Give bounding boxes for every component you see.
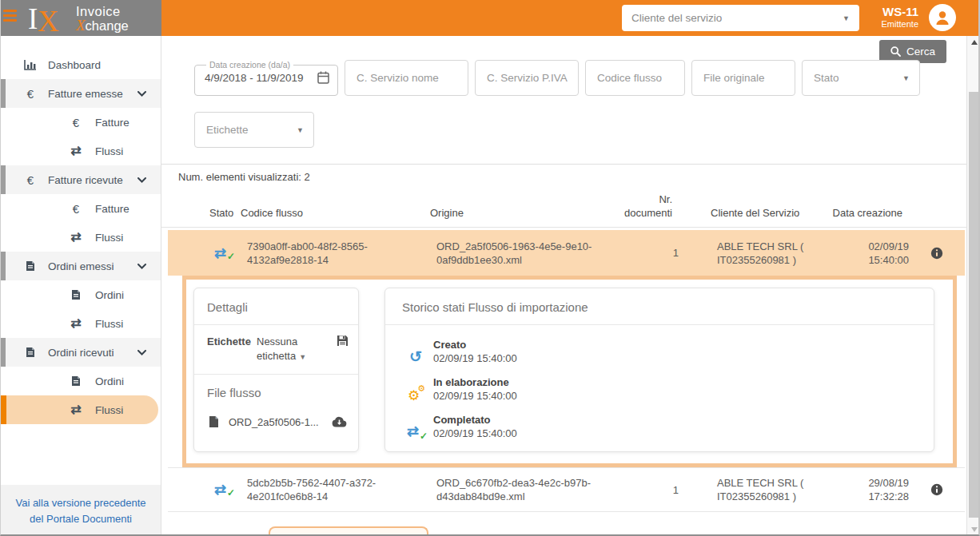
file-name: ORD_2a5f0506-1... (229, 416, 319, 428)
history-title: Storico stati Flusso di importazione (385, 288, 934, 325)
column-header-origine: Origine (430, 206, 616, 220)
doc-count-cell: 1 (623, 483, 679, 497)
hamburger-menu-icon[interactable] (3, 10, 17, 24)
scroll-down-arrow[interactable] (967, 523, 980, 536)
search-icon (890, 46, 901, 57)
chevron-down-icon: ▼ (843, 14, 850, 22)
history-event-processing: ⚙ ⚙ In elaborazione 02/09/19 15:40:00 (407, 375, 934, 403)
scrollbar-thumb[interactable] (969, 92, 979, 518)
column-header-data-creazione: Data creazione (824, 206, 902, 220)
details-title: Dettagli (194, 288, 358, 325)
logo-monogram: I X (26, 2, 73, 35)
sidebar-group-fatture-emesse[interactable]: € Fatture emesse (1, 79, 161, 108)
clipped-element (269, 526, 428, 536)
chevron-down-icon (137, 177, 146, 183)
chevron-down-icon: ▼ (297, 126, 304, 134)
sidebar-item-label: Dashboard (48, 59, 101, 71)
history-events: ↺ Creato 02/09/19 15:40:00 ⚙ ⚙ (385, 325, 934, 459)
row-detail-panel: Dettagli Etichette Nessuna etichetta▼ Fi… (182, 276, 957, 467)
flow-code-cell: 5dcb2b5b-7562-4407-a372-4e201fc0e6b8-14 (247, 476, 436, 503)
sidebar-item-fatture-ricevute-fatture[interactable]: € Fatture (1, 194, 161, 223)
origin-cell: ORD_6c670fb2-dea3-4e2c-b97b-d43dab84bd9e… (436, 476, 623, 503)
labels-field-label: Etichette (207, 335, 257, 364)
sidebar-item-label: Fatture ricevute (48, 174, 123, 186)
sidebar-group-fatture-ricevute[interactable]: € Fatture ricevute (1, 165, 161, 194)
client-service-placeholder: Cliente del servizio (631, 12, 843, 24)
sidebar-item-fatture-emesse-flussi[interactable]: ⇄ Flussi (1, 137, 161, 165)
client-cell: ABLE TECH SRL ( IT02355260981 ) (679, 240, 831, 267)
top-bar: I X Invoice Xchange Cliente del servizio… (1, 0, 980, 36)
document-icon (68, 289, 84, 300)
sidebar-item-dashboard[interactable]: Dashboard (1, 50, 161, 79)
column-header-nr-documenti: Nr. documenti (616, 193, 672, 220)
status-select[interactable]: Stato ▼ (802, 60, 920, 96)
client-service-select[interactable]: Cliente del servizio ▼ (622, 5, 859, 31)
date-range-value: 4/9/2018 - 11/9/2019 (205, 72, 304, 84)
chevron-down-icon (137, 350, 146, 355)
date-cell: 02/09/19 15:40:00 (831, 240, 909, 267)
service-name-input[interactable]: C. Servizio nome (345, 60, 468, 96)
table-row-selected[interactable]: ⇄ ✓ 7390a0ff-ab00-48f2-8565-4132af9e2818… (168, 230, 965, 276)
euro-icon: € (22, 87, 38, 101)
info-button[interactable] (930, 247, 943, 260)
date-range-field[interactable]: Data creazione (da/a) 4/9/2018 - 11/9/20… (194, 60, 338, 96)
sidebar-item-label: Flussi (95, 232, 123, 244)
euro-icon: € (68, 116, 84, 129)
sidebar-item-label: Fatture emesse (48, 88, 123, 100)
euro-icon: € (68, 202, 84, 216)
info-button[interactable] (930, 483, 943, 496)
service-vat-input[interactable]: C. Servizio P.IVA (475, 60, 579, 96)
section-divider (161, 164, 966, 165)
swap-arrows-icon: ⇄ (68, 231, 84, 244)
floppy-disk-icon (337, 335, 349, 347)
sidebar-item-ordini-ricevuti-flussi[interactable]: ⇄ Flussi (1, 395, 158, 424)
column-header-cliente: Cliente del Servizio (672, 206, 824, 220)
download-button[interactable] (332, 416, 347, 427)
history-icon: ↺ (407, 338, 424, 365)
sidebar-item-label: Ordini (95, 375, 124, 387)
vertical-scrollbar[interactable] (966, 36, 980, 536)
sidebar-item-ordini-emessi-ordini[interactable]: Ordini (1, 280, 161, 309)
document-icon (22, 260, 38, 272)
flow-code-input[interactable]: Codice flusso (585, 60, 685, 96)
previous-version-link-line2[interactable]: del Portale Documenti (30, 513, 132, 525)
sidebar-item-fatture-emesse-fatture[interactable]: € Fatture (1, 108, 161, 137)
table-row[interactable]: ⇄ ✓ 5dcb2b5b-7562-4407-a372-4e201fc0e6b8… (168, 467, 965, 512)
main-content: Cerca Data creazione (da/a) 4/9/2018 - 1… (161, 36, 966, 536)
sidebar-group-ordini-emessi[interactable]: Ordini emessi (1, 252, 161, 280)
swap-arrows-icon: ⇄ (68, 145, 84, 157)
labels-dropdown[interactable]: Nessuna etichetta▼ (257, 335, 314, 364)
sidebar-item-fatture-ricevute-flussi[interactable]: ⇄ Flussi (1, 223, 161, 252)
swap-arrows-icon: ⇄ (68, 317, 84, 330)
info-icon (930, 247, 943, 260)
original-file-input[interactable]: File originale (691, 60, 795, 96)
labels-field-row: Etichette Nessuna etichetta▼ (194, 325, 358, 375)
sidebar-group-ordini-ricevuti[interactable]: Ordini ricevuti (1, 338, 161, 367)
flow-code-cell: 7390a0ff-ab00-48f2-8565-4132af9e2818-14 (247, 240, 436, 267)
doc-count-cell: 1 (623, 246, 679, 260)
client-cell: ABLE TECH SRL ( IT02355260981 ) (679, 476, 831, 503)
workspace-code: WS-11 (882, 5, 918, 19)
sidebar-item-label: Flussi (95, 145, 123, 157)
logo-area: I X Invoice Xchange (1, 0, 161, 36)
previous-version-link[interactable]: Vai alla versione precedente (15, 497, 145, 509)
column-header-codice-flusso: Codice flusso (241, 206, 430, 220)
scroll-up-arrow[interactable] (967, 36, 980, 49)
sidebar-footer: Vai alla versione precedente del Portale… (1, 485, 161, 536)
date-cell: 29/08/19 17:32:28 (831, 476, 909, 503)
user-avatar[interactable] (929, 4, 956, 31)
sidebar-item-label: Ordini (95, 289, 124, 301)
sidebar-item-label: Fatture (95, 203, 129, 215)
sidebar-item-ordini-emessi-flussi[interactable]: ⇄ Flussi (1, 309, 161, 338)
status-completed-icon: ⇄ ✓ (407, 413, 424, 440)
save-button[interactable] (337, 335, 349, 347)
chevron-down-icon: ▼ (902, 74, 910, 82)
sidebar-item-ordini-ricevuti-ordini[interactable]: Ordini (1, 367, 161, 395)
filter-bar: Data creazione (da/a) 4/9/2018 - 11/9/20… (194, 60, 920, 96)
column-header-stato: Stato (161, 206, 241, 220)
status-completed-icon: ⇄ ✓ (214, 245, 232, 261)
status-history-card: Storico stati Flusso di importazione ↺ C… (384, 288, 934, 452)
logo-letter-i: I (28, 2, 38, 36)
labels-select[interactable]: Etichette ▼ (194, 112, 314, 148)
euro-icon: € (22, 173, 38, 187)
